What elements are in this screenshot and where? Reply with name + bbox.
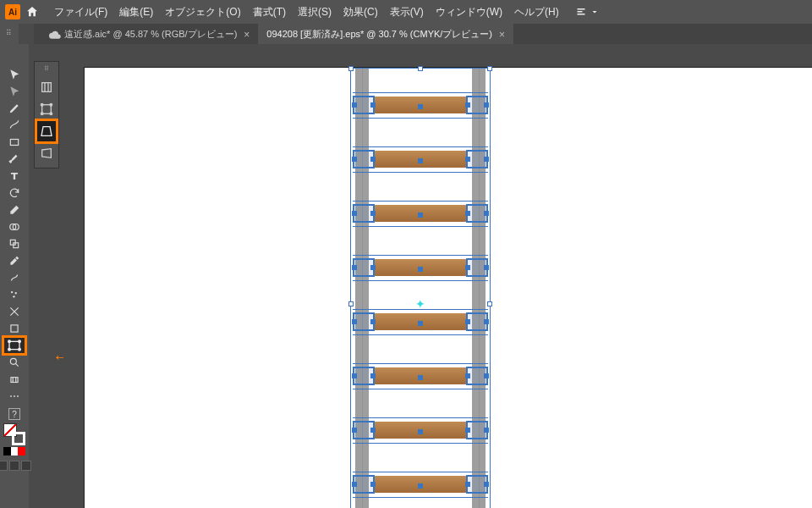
eraser-tool[interactable] [3,202,25,218]
scale-tool[interactable] [3,235,25,252]
perspective-distort-tool[interactable] [36,120,57,142]
zoom-tool[interactable] [3,354,25,371]
svg-rect-19 [42,83,52,92]
color-mode-row[interactable] [3,447,25,456]
svg-point-22 [50,103,52,106]
menu-edit[interactable]: 編集(E) [119,5,153,19]
document-tab-1-label: 遠近感.aic* @ 45.87 % (RGB/プレビュー) [64,28,237,41]
svg-rect-3 [10,140,18,146]
selection-tool[interactable] [3,66,25,83]
handle-ml[interactable] [348,301,354,306]
svg-point-10 [13,295,14,297]
slice-tool[interactable] [3,303,25,320]
svg-point-13 [8,340,11,343]
eyedropper-tool[interactable] [3,252,25,269]
home-icon[interactable] [24,3,41,20]
shape-builder-tool[interactable] [3,218,25,235]
stroke-swatch[interactable] [12,432,25,445]
svg-point-23 [41,113,43,115]
menu-select[interactable]: 選択(S) [298,5,332,19]
direct-selection-tool[interactable] [3,83,25,100]
pen-tool[interactable] [3,100,25,117]
svg-rect-2 [577,14,584,15]
hand-tool[interactable] [3,371,25,388]
menu-object[interactable]: オブジェクト(O) [165,5,240,19]
document-tab-bar: 遠近感.aic* @ 45.87 % (RGB/プレビュー) × 094208 … [34,24,812,44]
handle-tr[interactable] [487,66,492,71]
menu-help[interactable]: ヘルプ(H) [514,5,559,19]
svg-rect-20 [42,105,52,114]
tab-close-2[interactable]: × [499,29,505,41]
rectangle-tool[interactable] [3,134,25,151]
document-tab-2[interactable]: 094208 [更新済み].eps* @ 30.7 % (CMYK/プレビュー)… [258,24,513,44]
document-tab-2-label: 094208 [更新済み].eps* @ 30.7 % (CMYK/プレビュー) [266,28,492,41]
menu-items: ファイル(F) 編集(E) オブジェクト(O) 書式(T) 選択(S) 効果(C… [54,5,559,19]
blend-tool[interactable] [3,269,25,286]
menu-window[interactable]: ウィンドウ(W) [436,5,502,19]
artboard-tool[interactable] [3,320,25,337]
brush-tool[interactable] [3,151,25,168]
svg-rect-12 [9,341,19,349]
document-tab-1[interactable]: 遠近感.aic* @ 45.87 % (RGB/プレビュー) × [41,24,258,44]
edit-toolbar[interactable]: ⋯ [3,388,25,405]
grip-icon[interactable]: ⠿ [44,65,50,73]
app-logo-icon: Ai [5,4,20,19]
free-distort-tool[interactable] [36,142,57,164]
tab-close-1[interactable]: × [244,29,250,41]
cloud-icon [49,30,61,39]
svg-point-16 [19,348,21,351]
handle-tm[interactable] [418,66,423,71]
svg-point-24 [50,113,52,115]
type-tool[interactable] [3,168,25,185]
svg-point-14 [19,340,21,343]
handle-tl[interactable] [348,66,354,71]
rotate-tool[interactable] [3,185,25,202]
free-transform-flyout: ⠿ [34,61,59,168]
grip-icon: ⠿ [6,29,13,37]
free-transform-subtool[interactable] [36,98,57,120]
menu-file[interactable]: ファイル(F) [54,5,107,19]
menu-bar: Ai ファイル(F) 編集(E) オブジェクト(O) 書式(T) 選択(S) 効… [0,0,812,24]
symbol-sprayer-tool[interactable] [3,286,25,303]
menu-view[interactable]: 表示(V) [390,5,424,19]
curvature-tool[interactable] [3,117,25,134]
svg-point-8 [11,291,13,293]
constrain-tool[interactable] [36,76,57,98]
tool-palette: ⋯ ? [0,44,29,508]
help-button[interactable]: ? [8,408,20,420]
draw-mode-row[interactable] [0,461,31,471]
free-transform-tool[interactable] [3,337,25,354]
svg-rect-0 [577,8,584,10]
menu-type[interactable]: 書式(T) [253,5,286,19]
svg-rect-11 [11,325,18,332]
fill-stroke-swatch[interactable] [3,423,25,445]
svg-point-15 [8,348,11,351]
svg-rect-18 [11,378,18,383]
workspace-switcher[interactable] [576,7,600,17]
svg-point-21 [41,103,43,106]
svg-point-9 [15,292,17,294]
handle-mr[interactable] [487,301,492,306]
chevron-down-icon [590,7,600,17]
menu-effect[interactable]: 効果(C) [343,5,378,19]
svg-rect-1 [577,11,582,13]
center-point-icon: ✦ [415,297,425,311]
canvas-area[interactable]: ✦ [63,44,812,508]
selection-bounding-box[interactable]: ✦ [350,68,491,508]
